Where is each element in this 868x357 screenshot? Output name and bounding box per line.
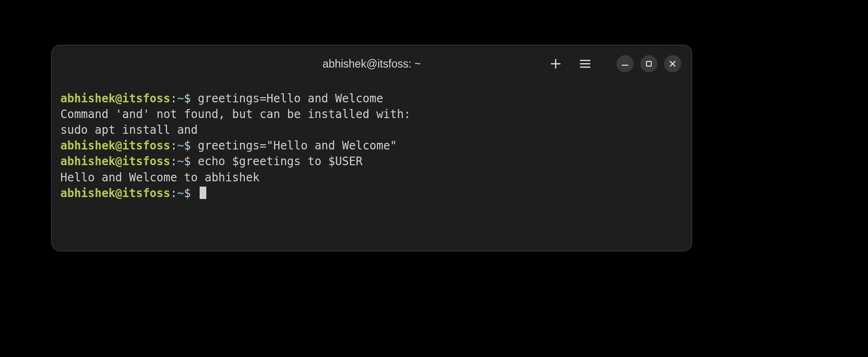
output-text: Command 'and' not found, but can be inst… (60, 108, 411, 121)
prompt-user-host: abhishek@itsfoss (60, 92, 170, 105)
output-text: sudo apt install and (60, 123, 198, 137)
hamburger-icon (580, 60, 590, 68)
prompt-colon: : (170, 155, 177, 168)
new-tab-button[interactable] (547, 55, 564, 72)
svg-rect-0 (646, 61, 651, 66)
prompt-colon: : (170, 92, 177, 105)
plus-icon (550, 59, 561, 69)
minimize-icon (621, 60, 629, 68)
prompt-path: ~ (177, 155, 184, 168)
command-text: greetings="Hello and Welcome" (198, 139, 397, 152)
prompt-colon: : (170, 139, 177, 152)
menu-button[interactable] (577, 55, 594, 72)
titlebar-actions (547, 55, 594, 72)
terminal-line: sudo apt install and (60, 122, 683, 138)
prompt-symbol: $ (184, 92, 198, 105)
terminal-body[interactable]: abhishek@itsfoss:~$ greetings=Hello and … (52, 82, 692, 211)
prompt-path: ~ (177, 92, 184, 105)
maximize-icon (645, 60, 653, 68)
terminal-line: Command 'and' not found, but can be inst… (60, 107, 683, 122)
prompt-symbol: $ (184, 139, 198, 152)
prompt-symbol: $ (184, 187, 198, 200)
prompt-user-host: abhishek@itsfoss (60, 155, 170, 168)
terminal-window: abhishek@itsfoss: ~ (51, 45, 692, 251)
window-title: abhishek@itsfoss: ~ (323, 58, 421, 70)
output-text: Hello and Welcome to abhishek (60, 171, 260, 184)
minimize-button[interactable] (617, 55, 634, 72)
prompt-path: ~ (177, 187, 184, 200)
prompt-colon: : (170, 187, 177, 200)
window-controls (617, 55, 681, 72)
cursor (200, 187, 206, 199)
terminal-line: Hello and Welcome to abhishek (60, 170, 683, 186)
command-text: greetings=Hello and Welcome (198, 92, 383, 105)
command-text: echo $greetings to $USER (198, 155, 363, 168)
terminal-line: abhishek@itsfoss:~$ greetings=Hello and … (60, 91, 683, 107)
prompt-symbol: $ (184, 155, 198, 168)
terminal-line: abhishek@itsfoss:~$ echo $greetings to $… (60, 154, 683, 169)
prompt-path: ~ (177, 139, 184, 152)
prompt-user-host: abhishek@itsfoss (60, 187, 170, 200)
close-button[interactable] (664, 55, 681, 72)
terminal-line: abhishek@itsfoss:~$ greetings="Hello and… (60, 138, 683, 154)
maximize-button[interactable] (640, 55, 657, 72)
prompt-user-host: abhishek@itsfoss (60, 139, 170, 152)
titlebar: abhishek@itsfoss: ~ (52, 45, 692, 82)
close-icon (668, 60, 677, 68)
terminal-line: abhishek@itsfoss:~$ (60, 186, 683, 201)
